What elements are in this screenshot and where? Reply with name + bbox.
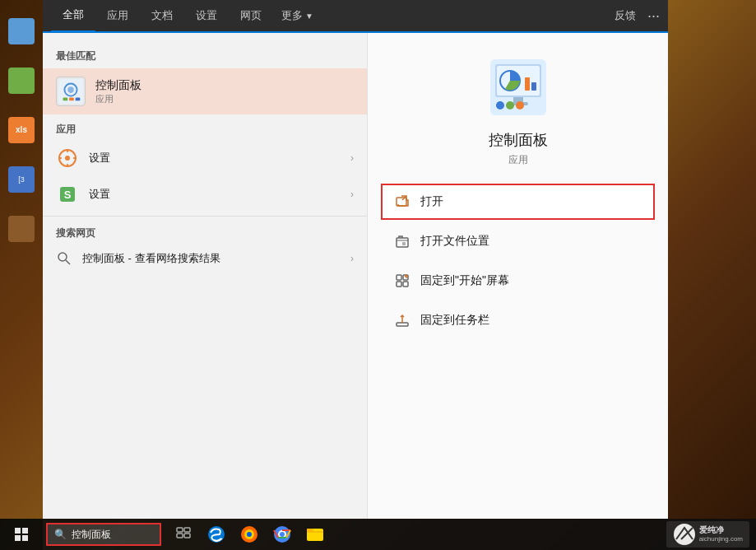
svg-rect-20: [525, 77, 530, 91]
svg-rect-4: [69, 98, 74, 101]
watermark-domain: aichunjing.com: [699, 535, 743, 543]
svg-rect-45: [177, 534, 183, 538]
taskbar: 🔍 控制面板: [0, 519, 756, 550]
tab-more[interactable]: 更多 ▼: [273, 8, 322, 23]
best-match-text: 控制面板 应用: [95, 78, 141, 105]
apps-title: 应用: [43, 116, 367, 140]
right-panel-title: 控制面板: [489, 130, 548, 150]
start-menu: 全部 应用 文档 设置 网页 更多 ▼ 反馈 ··· 最佳匹配: [43, 0, 668, 519]
action-open-location-label: 打开文件位置: [420, 234, 489, 249]
watermark: 爱纯净 aichunjing.com: [666, 521, 749, 548]
svg-point-53: [280, 532, 285, 537]
best-match-title: 最佳匹配: [43, 43, 367, 67]
svg-rect-43: [177, 528, 183, 532]
search-web-icon: [56, 250, 72, 267]
tab-web[interactable]: 网页: [229, 0, 273, 32]
desktop-icon-1[interactable]: [2, 8, 40, 54]
taskbar-edge[interactable]: [201, 519, 232, 550]
action-list: 打开 打开文件位置: [368, 184, 668, 342]
svg-rect-8: [67, 150, 68, 152]
feedback-button[interactable]: 反馈: [615, 8, 636, 23]
app-item-settings-1[interactable]: 设置 ›: [43, 140, 367, 176]
settings-icon-1: [56, 147, 79, 170]
svg-point-26: [516, 101, 524, 110]
svg-rect-37: [397, 323, 408, 326]
taskbar-search-text: 控制面板: [72, 528, 111, 542]
svg-point-2: [67, 86, 74, 93]
taskbar-search-icon: 🔍: [54, 529, 67, 540]
arrow-icon-2: ›: [350, 189, 354, 200]
web-item-label: 控制面板 - 查看网络搜索结果: [82, 251, 220, 266]
arrow-icon-1: ›: [350, 152, 354, 164]
svg-rect-44: [184, 528, 190, 532]
desktop-icon-3[interactable]: xls: [2, 107, 40, 152]
web-title: 搜索网页: [43, 220, 367, 244]
svg-rect-3: [63, 98, 68, 101]
taskbar-apps: [168, 519, 331, 550]
taskbar-search-box[interactable]: 🔍 控制面板: [46, 523, 161, 546]
web-search-item[interactable]: 控制面板 - 查看网络搜索结果 ›: [43, 244, 367, 273]
svg-rect-41: [15, 535, 21, 541]
best-match-item[interactable]: 控制面板 应用: [43, 68, 367, 114]
tab-settings[interactable]: 设置: [184, 0, 229, 32]
action-pin-taskbar[interactable]: 固定到任务栏: [381, 302, 655, 338]
right-panel-subtitle: 应用: [508, 153, 528, 167]
taskbar-task-view[interactable]: [168, 519, 199, 550]
svg-point-25: [506, 101, 514, 110]
taskbar-chrome[interactable]: [267, 519, 298, 550]
nav-tabs-bar: 全部 应用 文档 设置 网页 更多 ▼ 反馈 ···: [43, 0, 668, 33]
svg-rect-5: [76, 98, 81, 101]
tab-apps[interactable]: 应用: [95, 0, 140, 32]
tab-docs[interactable]: 文档: [140, 0, 184, 32]
app-item-settings-2-label: 设置: [89, 187, 350, 202]
watermark-brand: 爱纯净: [699, 525, 743, 535]
tab-all[interactable]: 全部: [51, 0, 95, 32]
arrow-icon-web: ›: [350, 253, 354, 264]
action-pin-start-label: 固定到"开始"屏幕: [420, 273, 509, 288]
svg-point-7: [65, 156, 70, 161]
app-item-settings-1-label: 设置: [89, 151, 350, 165]
taskbar-explorer[interactable]: [299, 519, 331, 550]
action-open-label: 打开: [420, 194, 443, 209]
svg-rect-42: [22, 535, 28, 541]
svg-rect-39: [15, 528, 21, 534]
desktop-icons-strip: xls [3: [0, 0, 43, 510]
divider-1: [43, 216, 367, 217]
svg-point-24: [496, 101, 504, 110]
taskbar-firefox[interactable]: [234, 519, 265, 550]
svg-text:S: S: [64, 189, 72, 201]
settings-icon-2: S: [56, 183, 79, 206]
control-panel-icon-small: [56, 77, 86, 106]
svg-rect-35: [403, 282, 408, 287]
more-options-button[interactable]: ···: [647, 7, 660, 25]
svg-rect-55: [307, 529, 313, 532]
start-button[interactable]: [0, 519, 43, 550]
desktop-icon-5[interactable]: [2, 206, 40, 251]
svg-rect-32: [397, 275, 401, 280]
main-content: 最佳匹配 控制面板 应用: [43, 33, 668, 519]
action-open[interactable]: 打开: [381, 184, 655, 220]
svg-rect-10: [59, 157, 62, 159]
svg-rect-21: [531, 82, 536, 91]
desktop-icon-2[interactable]: [2, 58, 40, 103]
left-panel: 最佳匹配 控制面板 应用: [43, 33, 368, 519]
control-panel-icon-large: [489, 58, 548, 117]
svg-rect-46: [184, 534, 190, 538]
open-icon: [394, 193, 410, 210]
best-match-name: 控制面板: [95, 78, 141, 93]
desktop-icon-4[interactable]: [3: [2, 156, 40, 202]
action-pin-start[interactable]: 固定到"开始"屏幕: [381, 263, 655, 299]
pin-taskbar-icon: [394, 312, 410, 329]
right-panel: 控制面板 应用 打开: [368, 33, 668, 519]
app-item-settings-2[interactable]: S 设置 ›: [43, 176, 367, 212]
svg-point-50: [247, 532, 252, 537]
action-pin-taskbar-label: 固定到任务栏: [420, 313, 489, 328]
svg-point-14: [58, 253, 67, 261]
svg-rect-9: [67, 164, 68, 166]
pin-start-icon: [394, 273, 410, 289]
svg-line-15: [66, 260, 70, 264]
svg-rect-40: [22, 528, 28, 534]
action-open-location[interactable]: 打开文件位置: [381, 223, 655, 259]
svg-rect-11: [73, 157, 76, 159]
taskbar-right: 爱纯净 aichunjing.com: [666, 521, 756, 548]
